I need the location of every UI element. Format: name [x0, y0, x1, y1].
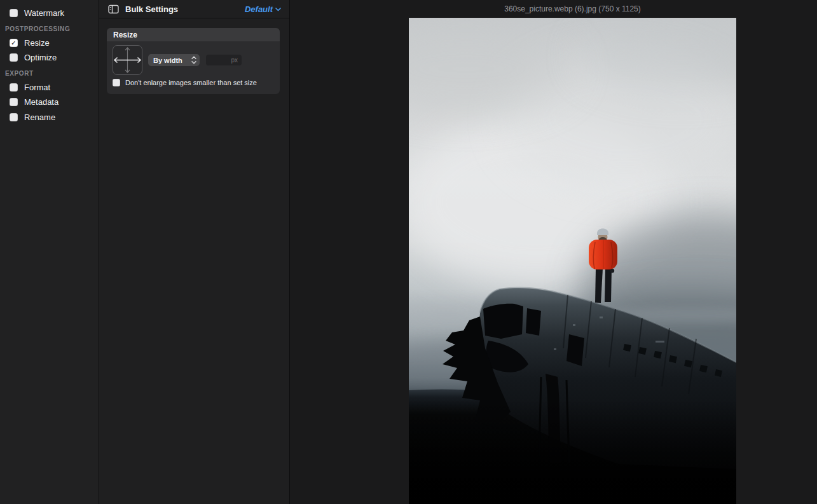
section-header-postprocessing: POSTPROCESSING [5, 25, 70, 32]
sidebar-item-metadata[interactable]: Metadata [10, 97, 58, 107]
sidebar-item-label: Watermark [24, 8, 64, 18]
resize-mode-value: By width [153, 57, 191, 64]
resize-mode-icon [113, 45, 142, 75]
format-checkbox[interactable] [10, 83, 18, 92]
preset-label: Default [245, 4, 273, 14]
sidebar-item-resize[interactable]: Resize [10, 37, 50, 48]
dont-enlarge-option[interactable]: Don't enlarge images smaller than set si… [113, 79, 257, 86]
sidebar-toggle-icon[interactable] [108, 4, 119, 14]
watermark-checkbox[interactable] [10, 9, 18, 17]
dont-enlarge-label: Don't enlarge images smaller than set si… [125, 79, 257, 86]
image-filename-title: 360se_picture.webp (6).jpg (750 x 1125) [409, 4, 736, 13]
panel-title: Bulk Settings [125, 4, 178, 14]
preview-canvas: 360se_picture.webp (6).jpg (750 x 1125) [290, 0, 817, 504]
chevron-down-icon [275, 8, 281, 11]
dont-enlarge-checkbox[interactable] [113, 79, 120, 86]
panel-header: Bulk Settings Default [99, 0, 289, 18]
sidebar-item-label: Format [24, 83, 50, 92]
resize-card-title: Resize [113, 31, 137, 39]
sidebar-item-label: Rename [24, 112, 55, 122]
preview-image [409, 18, 736, 504]
rename-checkbox[interactable] [10, 113, 18, 121]
section-header-export: EXPORT [5, 70, 34, 77]
resize-mode-select[interactable]: By width [148, 54, 200, 66]
preset-dropdown[interactable]: Default [245, 0, 281, 18]
resize-card-header: Resize [107, 28, 280, 41]
sidebar-item-optimize[interactable]: Optimize [10, 52, 57, 62]
steps-sidebar: Watermark POSTPROCESSING Resize Optimize… [0, 0, 99, 504]
sidebar-item-format[interactable]: Format [10, 82, 50, 92]
select-stepper-icon [191, 56, 196, 64]
resize-checkbox[interactable] [10, 39, 18, 47]
optimize-checkbox[interactable] [10, 53, 18, 62]
sidebar-item-label: Optimize [24, 53, 57, 62]
metadata-checkbox[interactable] [10, 98, 18, 106]
bulk-settings-panel: Bulk Settings Default Resize [99, 0, 289, 504]
sidebar-item-rename[interactable]: Rename [10, 112, 55, 122]
app-window: Watermark POSTPROCESSING Resize Optimize… [0, 0, 817, 504]
resize-card: Resize By width [107, 28, 280, 94]
sidebar-item-watermark[interactable]: Watermark [10, 8, 64, 18]
sidebar-item-label: Metadata [24, 97, 58, 107]
resize-size-input[interactable] [206, 55, 242, 65]
sidebar-item-label: Resize [24, 38, 50, 48]
